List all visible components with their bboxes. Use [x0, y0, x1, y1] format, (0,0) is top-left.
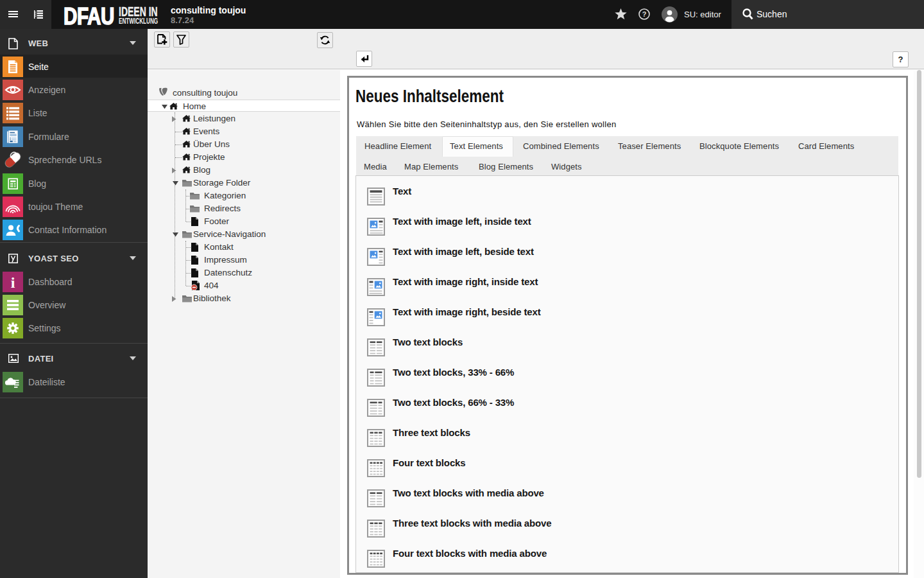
svg-text:i: i	[11, 274, 15, 291]
svg-text:?: ?	[642, 10, 647, 18]
